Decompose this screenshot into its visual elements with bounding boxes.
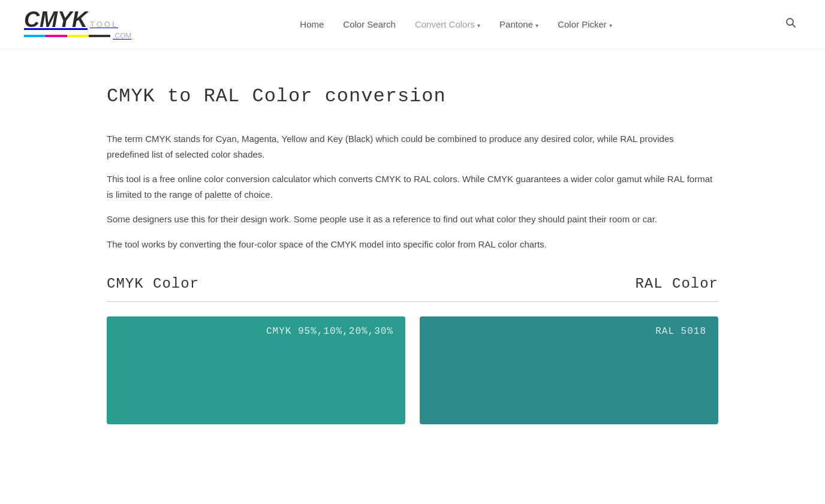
color-picker-chevron: ▾ [609,22,612,29]
pantone-chevron: ▾ [535,22,538,29]
nav-convert-colors[interactable]: Convert Colors ▾ [415,19,480,29]
logo-yellow-bar [67,35,89,37]
ral-color-header: RAL Color [635,276,718,292]
cmyk-color-box: CMYK 95%,10%,20%,30% [107,316,405,424]
description-4: The tool works by converting the four-co… [107,237,718,252]
logo: CMYK TOOL .COM [24,9,131,40]
logo-cmyk-text: CMYK [24,9,88,31]
description-2: This tool is a free online color convers… [107,171,718,202]
nav-menu: Home Color Search Convert Colors ▾ Panto… [300,19,612,30]
description-3: Some designers use this for their design… [107,212,718,227]
navigation: CMYK TOOL .COM Home Color Search Convert… [0,0,825,49]
color-column-headers: CMYK Color RAL Color [107,276,718,292]
page-title: CMYK to RAL Color conversion [107,85,718,107]
color-boxes: CMYK 95%,10%,20%,30% RAL 5018 [107,316,718,424]
nav-color-search[interactable]: Color Search [343,19,396,29]
section-divider [107,301,718,302]
cmyk-value-label: CMYK 95%,10%,20%,30% [266,326,393,337]
svg-line-1 [793,25,795,27]
logo-black-bar [89,35,110,37]
ral-color-box: RAL 5018 [420,316,718,424]
nav-pantone[interactable]: Pantone ▾ [499,19,538,29]
logo-bottom: .COM [24,32,131,40]
convert-colors-chevron: ▾ [477,22,480,29]
logo-link[interactable]: CMYK TOOL .COM [24,9,131,40]
logo-dotcom-text: .COM [113,32,131,40]
nav-home[interactable]: Home [300,19,324,29]
description-1: The term CMYK stands for Cyan, Magenta, … [107,131,718,162]
search-icon [785,17,796,28]
main-content: CMYK to RAL Color conversion The term CM… [83,49,742,472]
nav-color-picker[interactable]: Color Picker ▾ [558,19,612,29]
logo-tool-text: TOOL [90,20,118,29]
search-button[interactable] [781,15,801,34]
ral-value-label: RAL 5018 [655,326,706,337]
logo-magenta-bar [46,35,67,37]
cmyk-color-header: CMYK Color [107,276,199,292]
color-section: CMYK Color RAL Color CMYK 95%,10%,20%,30… [107,276,718,424]
logo-cyan-bar [24,35,46,37]
